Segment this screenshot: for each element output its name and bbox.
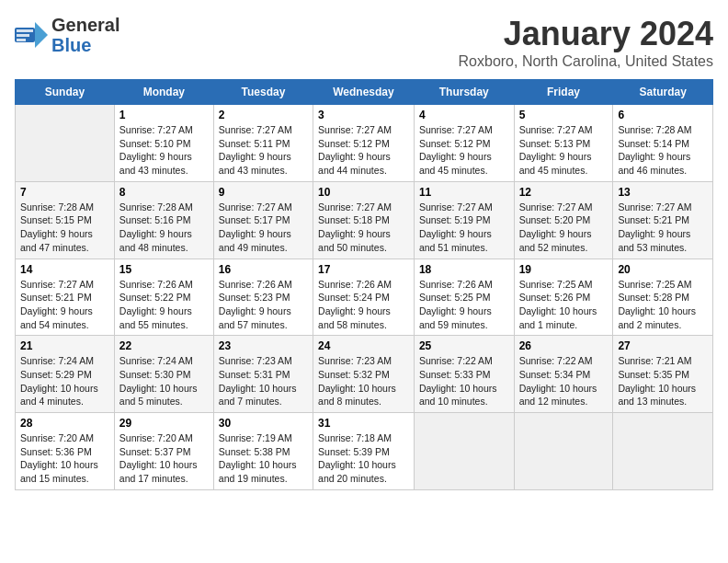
calendar-cell bbox=[613, 413, 713, 490]
week-row-3: 14Sunrise: 7:27 AMSunset: 5:21 PMDayligh… bbox=[16, 259, 713, 336]
day-number: 14 bbox=[20, 263, 109, 276]
day-number: 26 bbox=[519, 339, 609, 352]
week-row-2: 7Sunrise: 7:28 AMSunset: 5:15 PMDaylight… bbox=[16, 181, 713, 259]
calendar-cell: 4Sunrise: 7:27 AMSunset: 5:12 PMDaylight… bbox=[414, 105, 514, 182]
day-info: Sunrise: 7:26 AMSunset: 5:25 PMDaylight:… bbox=[419, 278, 509, 332]
calendar-cell: 18Sunrise: 7:26 AMSunset: 5:25 PMDayligh… bbox=[414, 259, 514, 336]
day-info: Sunrise: 7:28 AMSunset: 5:16 PMDaylight:… bbox=[119, 201, 209, 255]
calendar-cell: 23Sunrise: 7:23 AMSunset: 5:31 PMDayligh… bbox=[213, 336, 313, 413]
day-info: Sunrise: 7:18 AMSunset: 5:39 PMDaylight:… bbox=[318, 431, 409, 486]
day-info: Sunrise: 7:20 AMSunset: 5:37 PMDaylight:… bbox=[119, 431, 209, 486]
calendar-cell: 21Sunrise: 7:24 AMSunset: 5:29 PMDayligh… bbox=[16, 336, 115, 413]
day-info: Sunrise: 7:28 AMSunset: 5:15 PMDaylight:… bbox=[20, 201, 109, 255]
day-info: Sunrise: 7:27 AMSunset: 5:12 PMDaylight:… bbox=[318, 123, 409, 178]
day-info: Sunrise: 7:27 AMSunset: 5:19 PMDaylight:… bbox=[419, 201, 509, 255]
calendar-cell: 26Sunrise: 7:22 AMSunset: 5:34 PMDayligh… bbox=[514, 336, 613, 413]
day-number: 27 bbox=[618, 339, 708, 352]
calendar-cell: 24Sunrise: 7:23 AMSunset: 5:32 PMDayligh… bbox=[313, 336, 415, 413]
day-number: 30 bbox=[219, 417, 308, 430]
day-info: Sunrise: 7:28 AMSunset: 5:14 PMDaylight:… bbox=[618, 123, 708, 178]
calendar-cell: 12Sunrise: 7:27 AMSunset: 5:20 PMDayligh… bbox=[514, 181, 613, 259]
column-header-wednesday: Wednesday bbox=[313, 80, 415, 105]
calendar-cell: 11Sunrise: 7:27 AMSunset: 5:19 PMDayligh… bbox=[414, 181, 514, 259]
column-header-monday: Monday bbox=[114, 80, 213, 105]
svg-rect-2 bbox=[17, 29, 33, 32]
calendar-cell: 27Sunrise: 7:21 AMSunset: 5:35 PMDayligh… bbox=[613, 336, 713, 413]
calendar-cell bbox=[414, 413, 514, 490]
calendar-cell: 8Sunrise: 7:28 AMSunset: 5:16 PMDaylight… bbox=[114, 181, 213, 259]
day-number: 7 bbox=[20, 186, 109, 199]
calendar-cell: 3Sunrise: 7:27 AMSunset: 5:12 PMDaylight… bbox=[313, 105, 415, 182]
header: GeneralBlue January 2024 Roxboro, North … bbox=[15, 15, 713, 70]
calendar-subtitle: Roxboro, North Carolina, United States bbox=[459, 53, 713, 70]
day-info: Sunrise: 7:25 AMSunset: 5:26 PMDaylight:… bbox=[519, 278, 609, 332]
day-number: 5 bbox=[519, 109, 609, 121]
day-number: 12 bbox=[519, 186, 609, 199]
logo: GeneralBlue bbox=[15, 15, 119, 55]
calendar-cell: 29Sunrise: 7:20 AMSunset: 5:37 PMDayligh… bbox=[114, 413, 213, 490]
calendar-cell: 13Sunrise: 7:27 AMSunset: 5:21 PMDayligh… bbox=[613, 181, 713, 259]
day-info: Sunrise: 7:24 AMSunset: 5:29 PMDaylight:… bbox=[20, 354, 109, 408]
day-number: 21 bbox=[20, 339, 109, 352]
calendar-cell bbox=[16, 105, 115, 182]
calendar-cell: 5Sunrise: 7:27 AMSunset: 5:13 PMDaylight… bbox=[514, 105, 613, 182]
day-number: 17 bbox=[318, 263, 409, 276]
column-header-thursday: Thursday bbox=[414, 80, 514, 105]
week-row-1: 1Sunrise: 7:27 AMSunset: 5:10 PMDaylight… bbox=[16, 105, 713, 182]
day-info: Sunrise: 7:21 AMSunset: 5:35 PMDaylight:… bbox=[618, 354, 708, 408]
day-number: 3 bbox=[318, 109, 409, 121]
day-number: 4 bbox=[419, 109, 509, 121]
day-number: 11 bbox=[419, 186, 509, 199]
day-info: Sunrise: 7:27 AMSunset: 5:10 PMDaylight:… bbox=[119, 123, 209, 178]
calendar-cell: 31Sunrise: 7:18 AMSunset: 5:39 PMDayligh… bbox=[313, 413, 415, 490]
calendar-cell: 19Sunrise: 7:25 AMSunset: 5:26 PMDayligh… bbox=[514, 259, 613, 336]
day-number: 15 bbox=[119, 263, 209, 276]
column-header-saturday: Saturday bbox=[613, 80, 713, 105]
day-number: 10 bbox=[318, 186, 409, 199]
svg-rect-3 bbox=[17, 34, 29, 37]
calendar-cell: 7Sunrise: 7:28 AMSunset: 5:15 PMDaylight… bbox=[16, 181, 115, 259]
calendar-cell: 14Sunrise: 7:27 AMSunset: 5:21 PMDayligh… bbox=[16, 259, 115, 336]
day-info: Sunrise: 7:27 AMSunset: 5:21 PMDaylight:… bbox=[20, 278, 109, 332]
day-info: Sunrise: 7:27 AMSunset: 5:21 PMDaylight:… bbox=[618, 201, 708, 255]
column-header-sunday: Sunday bbox=[16, 80, 115, 105]
svg-marker-1 bbox=[35, 22, 48, 48]
calendar-cell: 6Sunrise: 7:28 AMSunset: 5:14 PMDaylight… bbox=[613, 105, 713, 182]
column-header-friday: Friday bbox=[514, 80, 613, 105]
calendar-cell: 22Sunrise: 7:24 AMSunset: 5:30 PMDayligh… bbox=[114, 336, 213, 413]
day-number: 13 bbox=[618, 186, 708, 199]
day-number: 6 bbox=[618, 109, 708, 121]
calendar-cell bbox=[514, 413, 613, 490]
day-info: Sunrise: 7:27 AMSunset: 5:20 PMDaylight:… bbox=[519, 201, 609, 255]
day-info: Sunrise: 7:27 AMSunset: 5:11 PMDaylight:… bbox=[219, 123, 308, 178]
calendar-cell: 30Sunrise: 7:19 AMSunset: 5:38 PMDayligh… bbox=[213, 413, 313, 490]
calendar-cell: 15Sunrise: 7:26 AMSunset: 5:22 PMDayligh… bbox=[114, 259, 213, 336]
calendar-cell: 9Sunrise: 7:27 AMSunset: 5:17 PMDaylight… bbox=[213, 181, 313, 259]
logo-icon bbox=[15, 22, 48, 48]
day-info: Sunrise: 7:19 AMSunset: 5:38 PMDaylight:… bbox=[219, 431, 308, 486]
day-number: 24 bbox=[318, 339, 409, 352]
day-number: 23 bbox=[219, 339, 308, 352]
day-info: Sunrise: 7:26 AMSunset: 5:22 PMDaylight:… bbox=[119, 278, 209, 332]
day-number: 2 bbox=[219, 109, 308, 121]
day-info: Sunrise: 7:27 AMSunset: 5:18 PMDaylight:… bbox=[318, 201, 409, 255]
day-number: 18 bbox=[419, 263, 509, 276]
column-header-tuesday: Tuesday bbox=[213, 80, 313, 105]
day-number: 28 bbox=[20, 417, 109, 430]
calendar-body: 1Sunrise: 7:27 AMSunset: 5:10 PMDaylight… bbox=[16, 105, 713, 490]
day-number: 31 bbox=[318, 417, 409, 430]
calendar-cell: 20Sunrise: 7:25 AMSunset: 5:28 PMDayligh… bbox=[613, 259, 713, 336]
calendar-table: SundayMondayTuesdayWednesdayThursdayFrid… bbox=[15, 79, 713, 490]
day-info: Sunrise: 7:25 AMSunset: 5:28 PMDaylight:… bbox=[618, 278, 708, 332]
day-info: Sunrise: 7:23 AMSunset: 5:31 PMDaylight:… bbox=[219, 354, 308, 408]
calendar-title: January 2024 bbox=[459, 15, 713, 53]
day-info: Sunrise: 7:26 AMSunset: 5:23 PMDaylight:… bbox=[219, 278, 308, 332]
day-info: Sunrise: 7:27 AMSunset: 5:17 PMDaylight:… bbox=[219, 201, 308, 255]
day-number: 8 bbox=[119, 186, 209, 199]
title-area: January 2024 Roxboro, North Carolina, Un… bbox=[459, 15, 713, 70]
calendar-cell: 28Sunrise: 7:20 AMSunset: 5:36 PMDayligh… bbox=[16, 413, 115, 490]
day-info: Sunrise: 7:27 AMSunset: 5:13 PMDaylight:… bbox=[519, 123, 609, 178]
week-row-5: 28Sunrise: 7:20 AMSunset: 5:36 PMDayligh… bbox=[16, 413, 713, 490]
day-number: 9 bbox=[219, 186, 308, 199]
day-info: Sunrise: 7:26 AMSunset: 5:24 PMDaylight:… bbox=[318, 278, 409, 332]
